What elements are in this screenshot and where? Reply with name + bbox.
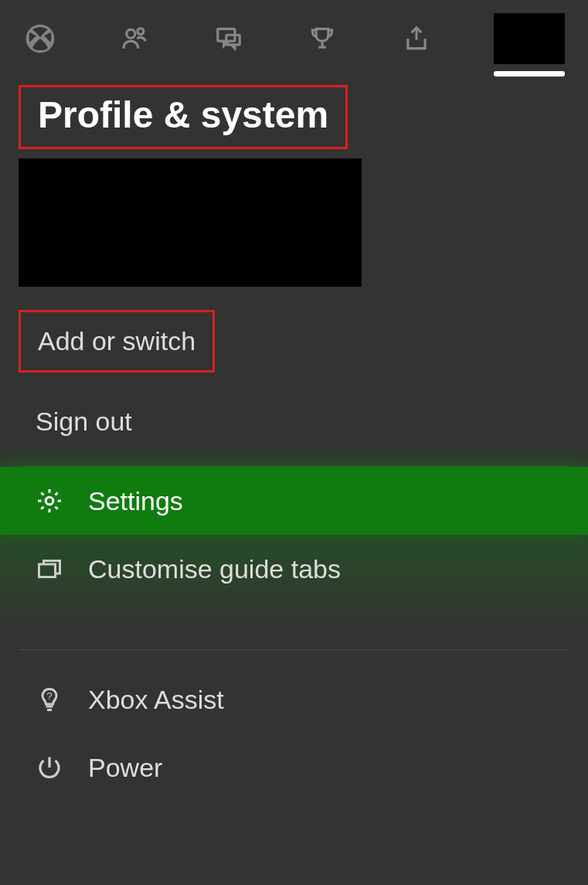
active-tab-underline: [494, 71, 565, 77]
share-tab-icon[interactable]: [399, 22, 433, 56]
svg-text:?: ?: [46, 690, 53, 702]
system-menu-2: ? Xbox Assist Power: [0, 665, 588, 802]
power-icon: [32, 751, 66, 785]
profile-card[interactable]: [19, 158, 362, 287]
menu-item-customise-tabs[interactable]: Customise guide tabs: [0, 535, 588, 603]
menu-item-xbox-assist[interactable]: ? Xbox Assist: [0, 665, 588, 734]
svg-point-7: [46, 497, 53, 505]
page-title: Profile & system: [19, 85, 348, 149]
svg-rect-8: [39, 564, 56, 577]
svg-rect-4: [226, 35, 239, 45]
people-tab-icon[interactable]: [117, 22, 151, 56]
system-menu: Settings Customise guide tabs: [0, 467, 588, 603]
svg-point-2: [138, 29, 144, 35]
top-tab-bar: [0, 0, 588, 70]
divider: [19, 649, 569, 650]
svg-point-1: [127, 29, 135, 38]
trophy-tab-icon[interactable]: [305, 22, 339, 56]
menu-item-settings[interactable]: Settings: [0, 467, 588, 535]
xbox-tab-icon[interactable]: [23, 22, 57, 56]
gear-icon: [32, 484, 66, 518]
account-actions: Add or switch Sign out: [19, 310, 569, 451]
profile-tab[interactable]: [494, 13, 565, 64]
menu-glow-region: Settings Customise guide tabs: [0, 435, 588, 634]
lightbulb-icon: ?: [32, 682, 66, 717]
menu-item-label: Customise guide tabs: [88, 554, 341, 584]
menu-item-label: Settings: [88, 486, 183, 516]
menu-item-label: Xbox Assist: [88, 685, 224, 715]
menu-item-power[interactable]: Power: [0, 734, 588, 802]
add-or-switch-button[interactable]: Add or switch: [19, 310, 215, 373]
chat-tab-icon[interactable]: [212, 22, 246, 56]
menu-item-label: Power: [88, 753, 162, 783]
tabs-icon: [32, 552, 66, 586]
sign-out-button[interactable]: Sign out: [19, 393, 149, 451]
